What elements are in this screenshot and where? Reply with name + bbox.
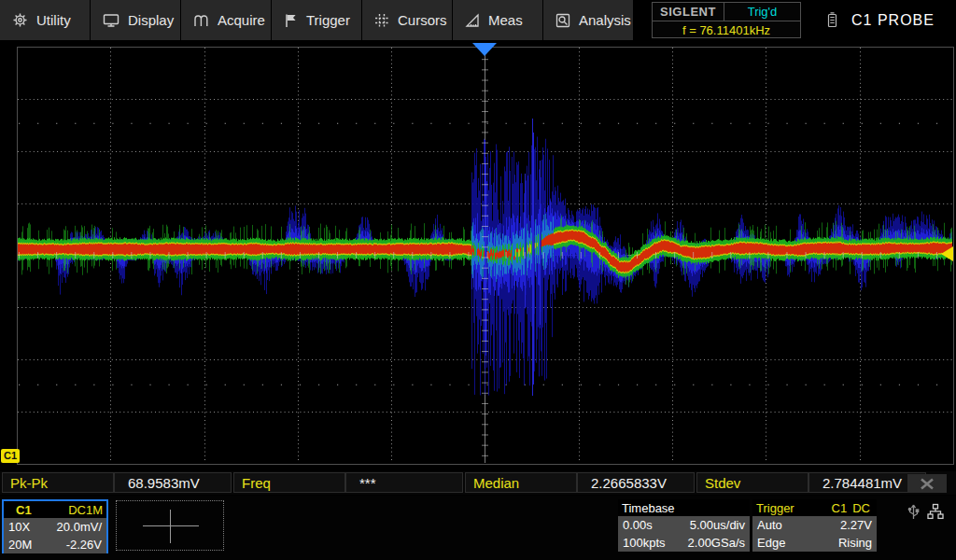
close-icon <box>920 478 935 490</box>
channel-offset-badge[interactable]: C1 <box>1 449 20 463</box>
trigger-type: Edge <box>757 536 785 550</box>
menu-cursors-label: Cursors <box>398 12 447 28</box>
acquire-icon <box>193 13 209 28</box>
empty-channel-slot[interactable] <box>116 500 224 551</box>
timebase-title: Timebase <box>622 501 675 515</box>
measurement-bar: Pk-Pk 68.9583mV Freq *** Median 2.266583… <box>0 471 956 495</box>
timebase-scale: 5.00us/div <box>690 518 745 532</box>
menu-analysis[interactable]: Analysis <box>543 0 633 40</box>
meas-label-pkpk[interactable]: Pk-Pk <box>2 472 114 493</box>
measurement-close-button[interactable] <box>907 474 947 493</box>
channel1-bandwidth: 20M <box>8 538 32 552</box>
menu-display-label: Display <box>128 12 174 28</box>
menu-utility-label: Utility <box>36 12 71 28</box>
timebase-delay: 0.00s <box>623 518 653 532</box>
channel1-descriptor[interactable]: C1 DC1M 10X 20.0mV/ 20M -2.26V <box>2 499 108 553</box>
trigger-descriptor[interactable]: Trigger C1 DC Auto 2.27V Edge Rising <box>752 499 877 553</box>
trigger-coupling-chip: DC <box>850 501 873 515</box>
meas-label-median[interactable]: Median <box>465 472 577 493</box>
setsquare-icon <box>465 13 480 28</box>
channel1-vscale: 20.0mV/ <box>57 520 102 534</box>
trigger-slope: Rising <box>838 536 872 550</box>
menu-display[interactable]: Display <box>91 0 180 40</box>
meas-label-stdev[interactable]: Stdev <box>696 472 808 493</box>
menu-utility[interactable]: Utility <box>0 0 90 40</box>
meas-value-pkpk: 68.9583mV <box>114 472 232 493</box>
meas-value-median: 2.2665833V <box>577 472 695 493</box>
menu-acquire[interactable]: Acquire <box>181 0 271 40</box>
menu-bar: Utility Display Acquire Trigger Cursors … <box>0 0 956 41</box>
probe-label: C1 PROBE <box>851 12 935 29</box>
trigger-title: Trigger <box>756 501 794 515</box>
cross-icon <box>170 510 171 543</box>
menu-trigger[interactable]: Trigger <box>272 0 361 40</box>
trigger-level-marker[interactable] <box>941 246 953 261</box>
flag-icon <box>284 13 298 28</box>
menu-meas-label: Meas <box>488 12 523 28</box>
menu-acquire-label: Acquire <box>218 12 265 28</box>
oscilloscope-screen: C1 Utility Display Acquire Trigger Curso… <box>0 0 956 560</box>
trigger-position-marker[interactable] <box>472 43 497 56</box>
meas-value-freq: *** <box>345 472 463 493</box>
cursors-icon <box>374 13 389 28</box>
timebase-memory: 100kpts <box>623 536 666 550</box>
trigger-mode: Auto <box>757 518 782 532</box>
trigger-level: 2.27V <box>840 518 872 532</box>
channel1-coupling: DC1M <box>68 503 103 517</box>
trigger-source-chip: C1 <box>829 501 851 515</box>
gear-icon <box>12 12 28 28</box>
brand-logo: SIGLENT <box>653 3 724 21</box>
bottom-bar: C1 DC1M 10X 20.0mV/ 20M -2.26V Timebase <box>0 496 956 560</box>
analysis-icon <box>555 13 570 28</box>
probe-icon <box>826 11 838 29</box>
lan-icon <box>927 503 944 520</box>
channel1-attenuation: 10X <box>8 520 30 534</box>
timebase-samplerate: 2.00GSa/s <box>688 536 745 550</box>
display-icon <box>103 13 120 28</box>
status-cluster: SIGLENT Trig'd f = 76.11401kHz <box>652 2 801 38</box>
usb-icon <box>907 502 920 521</box>
channel1-offset: -2.26V <box>66 538 102 552</box>
timebase-descriptor[interactable]: Timebase 0.00s 5.00us/div 100kpts 2.00GS… <box>618 499 750 553</box>
menu-trigger-label: Trigger <box>306 12 350 28</box>
menu-analysis-label: Analysis <box>579 12 631 28</box>
channel1-name-chip: C1 <box>7 503 40 517</box>
frequency-counter: f = 76.11401kHz <box>653 21 800 38</box>
cross-icon <box>143 525 199 526</box>
menu-cursors[interactable]: Cursors <box>362 0 452 40</box>
menu-meas[interactable]: Meas <box>453 0 542 40</box>
probe-menu[interactable]: C1 PROBE <box>805 0 956 40</box>
meas-label-freq[interactable]: Freq <box>233 472 345 493</box>
trigger-status: Trig'd <box>724 3 800 21</box>
